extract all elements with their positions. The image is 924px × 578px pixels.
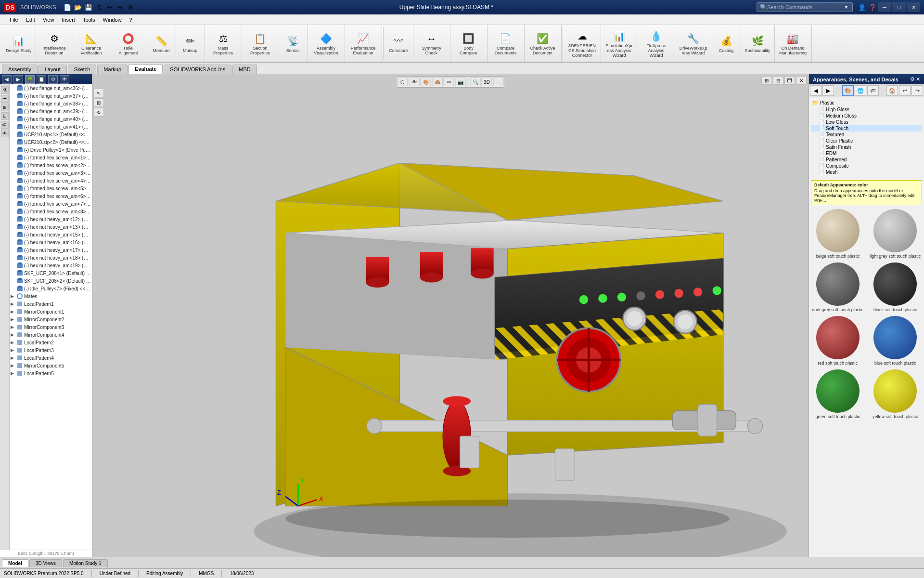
rp-appearance-btn[interactable]: 🎨 (842, 85, 854, 96)
appearance-item[interactable]: 📄Mesh (811, 169, 922, 175)
new-button[interactable]: 📄 (62, 2, 73, 13)
appearance-item[interactable]: 📄Patterned (811, 157, 922, 163)
appearance-item[interactable]: 📄Clear Plastic (811, 138, 922, 144)
tree-item[interactable]: (-) Drive Pulley<1> (Drive Pulley) <<D..… (10, 146, 92, 154)
tree-item[interactable]: ▶LocalPattern4 (10, 354, 92, 362)
menu-window[interactable]: Window (99, 16, 126, 24)
vp-split-v-btn[interactable]: ⊟ (773, 76, 783, 85)
bottom-tab-model[interactable]: Model (2, 559, 28, 567)
check-active-button[interactable]: ✅ Check Active Document (526, 30, 559, 57)
vp-3d-btn[interactable]: 3D (482, 78, 492, 86)
rp-forward-btn[interactable]: ▶ (822, 85, 834, 96)
mass-properties-button[interactable]: ⚖ Mass Properties (207, 30, 240, 57)
tree-item[interactable]: (-) formed hex screw_am<3> (B18.2.3... (10, 169, 92, 177)
tree-item[interactable]: (-) formed hex screw_am<4> (B18.2.3... (10, 177, 92, 184)
filter-icon[interactable]: ⚗ (1, 86, 9, 94)
compare-documents-button[interactable]: 📄 Compare Documents (489, 30, 522, 57)
sustainability-button[interactable]: 🌿 Sustainability (743, 32, 772, 54)
appearance-item[interactable]: 📄Satin Finish (811, 144, 922, 150)
rotate-btn[interactable]: ↻ (93, 108, 104, 117)
vp-camera-btn[interactable]: 📷 (455, 78, 466, 86)
tree-item[interactable]: UCF210.stp<2> (Default) <<Default>... (10, 138, 92, 146)
rp-settings-btn[interactable]: ⚙ (910, 76, 915, 82)
rp-back-btn[interactable]: ◀ (810, 85, 821, 96)
swatch-item-red[interactable]: red soft touch plastic (811, 316, 865, 366)
tree-item[interactable]: (-) hex flange nut_am<36> (B18.2.2.4f... (10, 84, 92, 92)
vp-view-btn[interactable]: 👁 (409, 78, 420, 86)
left-panel-config-btn[interactable]: ⚙ (48, 75, 58, 84)
plastic-header[interactable]: 📁 Plastic (811, 99, 922, 106)
print-button[interactable]: 🖨 (94, 2, 104, 13)
vp-section-view-btn[interactable]: ✂ (444, 78, 454, 86)
bottom-tab-motion[interactable]: Motion Study 1 (63, 559, 108, 567)
options-button[interactable]: ⚙ (126, 2, 136, 13)
3dexperience-button[interactable]: ☁ 3DEXPERIENCE Simulation Connector (566, 27, 599, 59)
appearance-item[interactable]: 📄Textured (811, 131, 922, 138)
body-compare-button[interactable]: 🔲 Body Compare (452, 30, 485, 57)
measure-button[interactable]: 📏 Measure (149, 32, 173, 54)
rp-forward2-btn[interactable]: ↪ (911, 85, 923, 96)
tree-item[interactable]: ▶LocalPattern5 (10, 369, 92, 377)
left-panel-property-btn[interactable]: 📋 (37, 75, 46, 84)
swatch-item-dark-grey[interactable]: dark grey soft touch plastic (811, 263, 865, 312)
list-icon[interactable]: ☰ (1, 95, 9, 103)
tree-item[interactable]: (-) formed hex screw_am<2> (B18.2.3... (10, 161, 92, 169)
left-panel-back-btn[interactable]: ◀ (2, 75, 12, 84)
swatch-item-blue[interactable]: blue soft touch plastic (869, 316, 923, 366)
bottom-tab-3dviews[interactable]: 3D Views (29, 559, 62, 567)
appearance-item[interactable]: 📄Soft Touch (811, 125, 922, 131)
user-icon[interactable]: 👤 (857, 2, 867, 13)
design-study-button[interactable]: 📊 Design Study (4, 32, 34, 54)
tree-item[interactable]: (-) hex nut heavy_am<19> (B18.2.4.6M... (10, 262, 92, 269)
tree-item[interactable]: (-) hex nut heavy_am<15> (B18.2.4.6M... (10, 231, 92, 238)
tree-item[interactable]: (-) hex flange nut_am<39> (B18.2.4f... (10, 107, 92, 115)
tab-addins[interactable]: SOLIDWORKS Add-Ins (164, 65, 231, 74)
tree-item[interactable]: (-) Idle_Pulley<7> (Fixed) <<Default>... (10, 285, 92, 292)
assembly-visualization-button[interactable]: 🔷 Assembly Visualization (310, 30, 343, 57)
tree-item[interactable]: (-) hex flange nut_am<40> (B18.2.4f... (10, 115, 92, 123)
vp-display-btn[interactable]: 🎨 (421, 78, 431, 86)
tag-icon[interactable]: 🏷 (1, 121, 9, 129)
tree-item[interactable]: ▶LocalPattern1 (10, 300, 92, 308)
tab-sketch[interactable]: Sketch (68, 65, 97, 74)
tree-item[interactable]: SKF_UCF_208<2> (Default) <<Default... (10, 277, 92, 285)
tree-item[interactable]: (-) hex nut heavy_am<13> (B18.2.4.6M... (10, 223, 92, 231)
tree-item[interactable]: ▶MirrorComponent1 (10, 308, 92, 315)
floworks-button[interactable]: 💧 FloXpress Analysis Wizard (640, 27, 673, 59)
tree-item[interactable]: ▶MirrorComponent3 (10, 323, 92, 331)
tab-evaluate[interactable]: Evaluate (128, 64, 163, 74)
tab-layout[interactable]: Layout (38, 65, 67, 74)
rp-home-btn[interactable]: 🏠 (886, 85, 898, 96)
performance-evaluation-button[interactable]: 📈 Performance Evaluation (347, 30, 380, 57)
save-button[interactable]: 💾 (83, 2, 94, 13)
curvature-button[interactable]: 〰 Curvature (386, 32, 411, 54)
viewport[interactable]: ⬡ 👁 🎨 🙈 ✂ 📷 🔍 3D ⋯ ⊞ ⊟ 🗖 ✕ (92, 74, 808, 557)
search-input[interactable] (767, 4, 844, 10)
tree-item[interactable]: (-) hex nut heavy_am<16> (B18.2.4.6M... (10, 238, 92, 246)
expand-icon[interactable]: ⊡ (1, 112, 9, 120)
swatch-item-black[interactable]: black soft touch plastic (869, 263, 923, 312)
menu-insert[interactable]: Insert (58, 16, 79, 24)
search-dropdown-icon[interactable]: ▼ (844, 5, 848, 10)
appearance-item[interactable]: 📄EDM (811, 150, 922, 157)
tab-assembly[interactable]: Assembly (2, 65, 38, 74)
left-panel-feature-tree-btn[interactable]: 🌳 (25, 75, 35, 84)
tree-item[interactable]: (-) formed hex screw_am<8> (B18.2.3... (10, 208, 92, 215)
rp-decal-btn[interactable]: 🏷 (867, 85, 879, 96)
undo-button[interactable]: ↩ (104, 2, 115, 13)
vp-magnify-btn[interactable]: 🔍 (470, 78, 481, 86)
vp-more-btn[interactable]: ⋯ (493, 78, 504, 86)
close-button[interactable]: ✕ (907, 2, 920, 12)
tree-item[interactable]: SKF_UCF_208<1> (Default) <<Default... (10, 269, 92, 277)
markup-button[interactable]: ✏ Markup (178, 32, 202, 54)
menu-help[interactable]: ? (126, 16, 136, 24)
tree-item[interactable]: UCF210.stp<1> (Default) <<Default>... (10, 131, 92, 138)
zoom-to-fit-btn[interactable]: ⊞ (93, 98, 104, 107)
tab-markup[interactable]: Markup (97, 65, 128, 74)
hole-alignment-button[interactable]: ⭕ Hole Alignment (112, 30, 145, 57)
select-btn[interactable]: ↖ (93, 89, 104, 97)
open-button[interactable]: 📂 (73, 2, 83, 13)
tab-mbd[interactable]: MBD (232, 65, 257, 74)
maximize-button[interactable]: □ (892, 2, 906, 12)
vp-maximize-btn[interactable]: 🗖 (784, 76, 795, 85)
